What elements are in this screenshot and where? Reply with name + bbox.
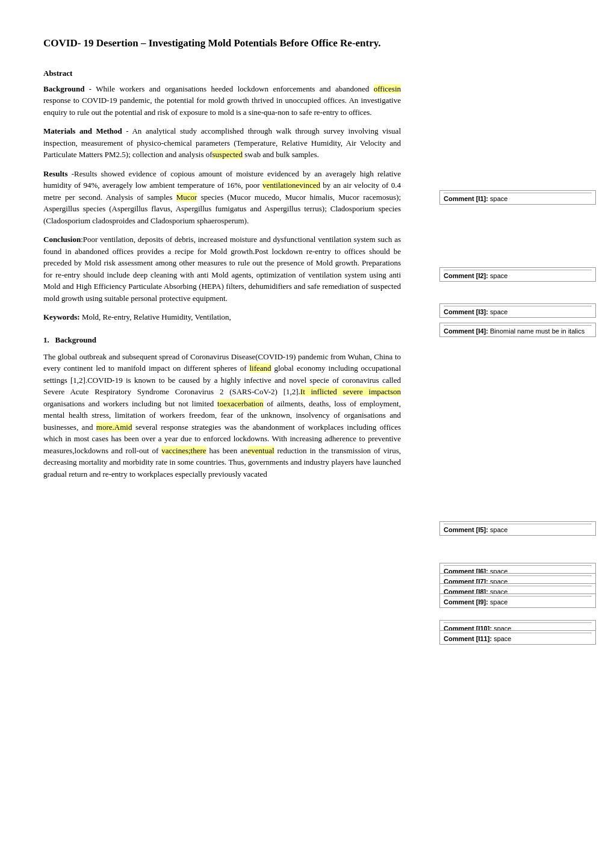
highlight-suspected: suspected xyxy=(212,150,243,159)
keywords-label: Keywords: xyxy=(43,312,80,321)
background-label: Background xyxy=(43,84,84,93)
comment-i5-text: space xyxy=(490,526,507,533)
comment-i5: Comment [I5]: space xyxy=(439,521,596,536)
highlight-vaccines: vaccines;there xyxy=(161,446,206,455)
comment-i2: Comment [I2]: space xyxy=(439,267,596,282)
section1-title: Background xyxy=(55,335,96,344)
background-paragraph: Background - While workers and organisat… xyxy=(43,83,401,119)
comment-i9: Comment [I9]: space xyxy=(439,594,596,608)
comment-i4-text: Binomial name must be in italics xyxy=(490,327,585,335)
section1-heading: 1. Background xyxy=(43,335,401,345)
section1-paragraph: The global outbreak and subsequent sprea… xyxy=(43,351,401,480)
comment-i9-text: space xyxy=(490,598,507,606)
comment-i3-label: Comment [I3]: xyxy=(444,308,488,315)
keywords-paragraph: Keywords: Mold, Re-entry, Relative Humid… xyxy=(43,311,401,323)
comment-i5-label: Comment [I5]: xyxy=(444,526,488,533)
section1-number: 1. xyxy=(43,335,55,344)
comment-i4: Comment [I4]: Binomial name must be in i… xyxy=(439,323,596,337)
abstract-label-text: Abstract xyxy=(43,69,72,78)
comment-i4-label: Comment [I4]: xyxy=(444,327,488,335)
highlight-mucor: Mucor xyxy=(176,193,197,202)
highlight-inflicted: It inflicted severe impactson xyxy=(300,387,401,396)
comment-i11-text: space xyxy=(494,635,511,642)
keywords-text: Mold, Re-entry, Relative Humidity, Venti… xyxy=(80,312,231,321)
comment-i1-label: Comment [I1]: xyxy=(444,195,488,202)
comment-i1-text: space xyxy=(490,195,507,202)
highlight-moreamid: more.Amid xyxy=(96,423,132,432)
background-text-1: - While workers and organisations heeded… xyxy=(89,84,374,93)
comment-i2-text: space xyxy=(490,272,507,279)
comment-i11: Comment [I11]: space xyxy=(439,630,596,645)
results-paragraph: Results -Results showed evidence of copi… xyxy=(43,168,401,227)
highlight-ventilation: ventilationevinced xyxy=(262,181,320,190)
title-text: COVID- 19 Desertion – Investigating Mold… xyxy=(43,37,381,49)
conclusion-paragraph: Conclusion:Poor ventilation, deposits of… xyxy=(43,234,401,304)
comment-i3-text: space xyxy=(490,308,507,315)
materials-text-2: swab and bulk samples. xyxy=(243,150,319,159)
section1-text-3: organisations and workers including but … xyxy=(43,399,217,408)
background-text-2: response to COVID-19 pandemic, the poten… xyxy=(43,96,401,117)
comment-i1: Comment [I1]: space xyxy=(439,190,596,205)
comment-i11-label: Comment [I11]: xyxy=(444,635,492,642)
comment-i2-label: Comment [I2]: xyxy=(444,272,488,279)
abstract-label: Abstract xyxy=(43,69,401,78)
highlight-officesin: officesin xyxy=(374,84,401,93)
results-label: Results xyxy=(43,169,67,178)
paper-title: COVID- 19 Desertion – Investigating Mold… xyxy=(43,36,401,51)
materials-paragraph: Materials and Method - An analytical stu… xyxy=(43,125,401,161)
conclusion-text: :Poor ventilation, deposits of debris, i… xyxy=(43,235,401,303)
highlight-lifeand: lifeand xyxy=(249,364,271,373)
main-content: COVID- 19 Desertion – Investigating Mold… xyxy=(0,0,433,868)
comment-i3: Comment [I3]: space xyxy=(439,303,596,318)
highlight-eventual: eventual xyxy=(248,446,274,455)
sidebar-comments: Comment [I1]: space Comment [I2]: space … xyxy=(433,0,614,868)
comment-i9-label: Comment [I9]: xyxy=(444,598,488,606)
conclusion-label: Conclusion xyxy=(43,235,81,244)
highlight-toexacerbation: toexacerbation xyxy=(217,399,264,408)
section1-text-6: has been an xyxy=(206,446,248,455)
materials-label: Materials and Method xyxy=(43,126,122,135)
